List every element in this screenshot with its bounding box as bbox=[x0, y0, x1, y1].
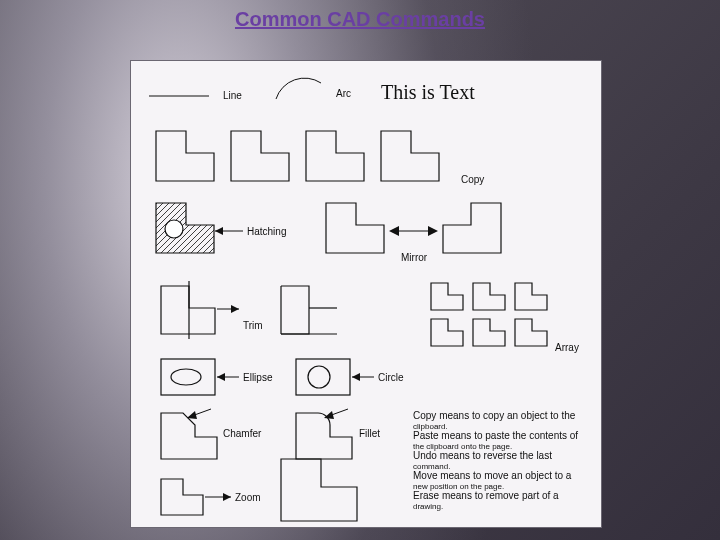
label-mirror: Mirror bbox=[401, 252, 428, 263]
copy-group bbox=[156, 131, 439, 181]
svg-text:Copy means to copy an object t: Copy means to copy an object to the bbox=[413, 410, 576, 421]
svg-text:drawing.: drawing. bbox=[413, 502, 443, 511]
label-chamfer: Chamfer bbox=[223, 428, 262, 439]
zoom-group bbox=[161, 459, 357, 521]
label-zoom: Zoom bbox=[235, 492, 261, 503]
hatching-group bbox=[156, 203, 214, 253]
svg-marker-16 bbox=[217, 373, 225, 381]
label-trim: Trim bbox=[243, 320, 263, 331]
svg-marker-6 bbox=[389, 226, 399, 236]
svg-rect-13 bbox=[161, 359, 215, 395]
slide: Common CAD Commands Line Arc This is Tex… bbox=[0, 0, 720, 540]
svg-marker-4 bbox=[215, 227, 223, 235]
svg-text:Paste means to paste the conte: Paste means to paste the contents of bbox=[413, 430, 578, 441]
label-circle: Circle bbox=[378, 372, 404, 383]
svg-marker-22 bbox=[187, 411, 197, 419]
label-fillet: Fillet bbox=[359, 428, 380, 439]
chamfer-group bbox=[161, 409, 217, 459]
svg-point-14 bbox=[171, 369, 201, 385]
description-block: Copy means to copy an object to the clip… bbox=[413, 410, 578, 511]
mirror-group bbox=[326, 203, 501, 253]
text-sample: This is Text bbox=[381, 81, 475, 103]
label-line: Line bbox=[223, 90, 242, 101]
label-hatching: Hatching bbox=[247, 226, 286, 237]
label-array: Array bbox=[555, 342, 579, 353]
fillet-group bbox=[296, 409, 352, 459]
svg-point-2 bbox=[165, 220, 183, 238]
svg-text:Move means to move an object t: Move means to move an object to a bbox=[413, 470, 572, 481]
svg-text:Erase means to remove part of : Erase means to remove part of a bbox=[413, 490, 559, 501]
ellipse-group bbox=[161, 359, 215, 395]
array-group bbox=[431, 283, 547, 346]
svg-marker-20 bbox=[352, 373, 360, 381]
svg-marker-7 bbox=[428, 226, 438, 236]
page-title: Common CAD Commands bbox=[0, 8, 720, 31]
label-copy: Copy bbox=[461, 174, 484, 185]
svg-marker-26 bbox=[223, 493, 231, 501]
circle-group bbox=[296, 359, 350, 395]
svg-point-18 bbox=[308, 366, 330, 388]
svg-marker-10 bbox=[231, 305, 239, 313]
svg-text:Undo means to reverse the last: Undo means to reverse the last bbox=[413, 450, 552, 461]
commands-diagram: Line Arc This is Text Copy bbox=[130, 60, 602, 528]
svg-rect-17 bbox=[296, 359, 350, 395]
label-arc: Arc bbox=[336, 88, 351, 99]
label-ellipse: Ellipse bbox=[243, 372, 273, 383]
